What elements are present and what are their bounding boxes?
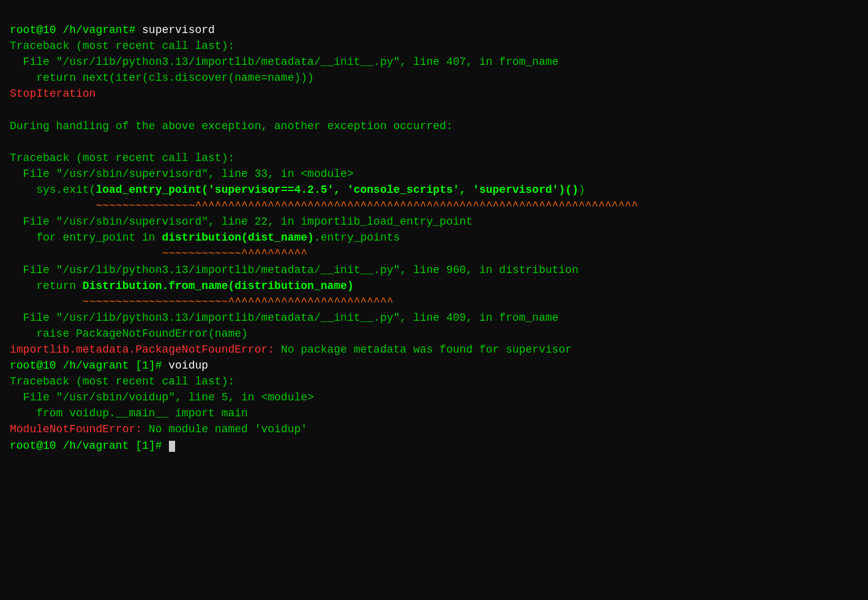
underline-line-3: ~~~~~~~~~~~~~~~~~~~~~~^^^^^^^^^^^^^^^^^^…	[10, 296, 394, 308]
traceback-header-3: Traceback (most recent call last):	[10, 375, 234, 388]
code-line-1: return next(iter(cls.discover(name=name)…	[10, 72, 314, 84]
code-line-3: for entry_point in distribution(dist_nam…	[10, 231, 400, 244]
prompt-line-2: root@10 /h/vagrant [1]# voidup	[10, 359, 208, 372]
underline-line-2: ~~~~~~~~~~~~^^^^^^^^^^	[10, 247, 307, 260]
traceback-header-1: Traceback (most recent call last):	[10, 40, 234, 52]
file-line-3: File "/usr/sbin/supervisord", line 22, i…	[10, 216, 473, 228]
prompt-final: root@10 /h/vagrant [1]#	[10, 440, 175, 452]
file-line-6: File "/usr/sbin/voidup", line 5, in <mod…	[10, 391, 314, 403]
code-line-2: sys.exit(load_entry_point('supervisor==4…	[10, 184, 585, 196]
file-line-2: File "/usr/sbin/supervisord", line 33, i…	[10, 168, 354, 180]
file-line-1: File "/usr/lib/python3.13/importlib/meta…	[10, 56, 559, 68]
error-line-1: importlib.metadata.PackageNotFoundError:…	[10, 343, 572, 356]
cursor-block	[169, 441, 175, 452]
underline-line-1: ~~~~~~~~~~~~~~~^^^^^^^^^^^^^^^^^^^^^^^^^…	[10, 200, 638, 212]
code-line-5: raise PackageNotFoundError(name)	[10, 328, 248, 340]
prompt-line-1: root@10 /h/vagrant# supervisord	[10, 24, 215, 36]
traceback-header-2: Traceback (most recent call last):	[10, 152, 234, 164]
code-line-6: from voidup.__main__ import main	[10, 407, 248, 419]
terminal-output: root@10 /h/vagrant# supervisord Tracebac…	[10, 6, 858, 454]
file-line-4: File "/usr/lib/python3.13/importlib/meta…	[10, 264, 578, 276]
error-line-2: ModuleNotFoundError: No module named 'vo…	[10, 423, 307, 435]
code-line-4: return Distribution.from_name(distributi…	[10, 280, 354, 292]
exception-context: During handling of the above exception, …	[10, 120, 453, 132]
file-line-5: File "/usr/lib/python3.13/importlib/meta…	[10, 312, 559, 324]
exception-name-1: StopIteration	[10, 88, 95, 100]
